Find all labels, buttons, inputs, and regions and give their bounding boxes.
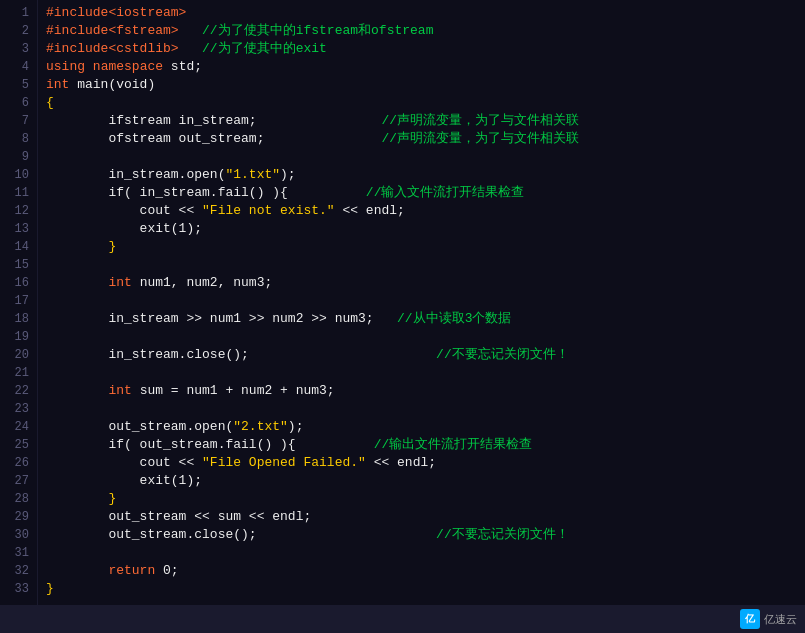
- line-number: 13: [0, 220, 37, 238]
- code-line: [46, 328, 805, 346]
- code-token: out_stream.close();: [46, 526, 257, 544]
- line-number: 20: [0, 346, 37, 364]
- line-number: 6: [0, 94, 37, 112]
- line-number: 22: [0, 382, 37, 400]
- code-token: in_stream >> num1 >> num2 >> num3;: [46, 310, 374, 328]
- code-line: ifstream in_stream; //声明流变量，为了与文件相关联: [46, 112, 805, 130]
- line-number: 30: [0, 526, 37, 544]
- code-token: if( in_stream.fail() ){: [46, 184, 288, 202]
- line-number: 1: [0, 4, 37, 22]
- code-token: //输入文件流打开结果检查: [366, 184, 525, 202]
- code-token: << endl;: [366, 454, 436, 472]
- code-token: sum = num1 + num2 + num3;: [132, 382, 335, 400]
- code-line: if( out_stream.fail() ){ //输出文件流打开结果检查: [46, 436, 805, 454]
- line-number: 16: [0, 274, 37, 292]
- code-token: "1.txt": [225, 166, 280, 184]
- code-line: out_stream << sum << endl;: [46, 508, 805, 526]
- bottom-bar: 亿 亿速云: [0, 605, 805, 633]
- code-line: [46, 544, 805, 562]
- code-token: cout <<: [46, 454, 202, 472]
- code-token: //不要忘记关闭文件！: [436, 346, 569, 364]
- line-number: 33: [0, 580, 37, 598]
- code-token: //为了使其中的exit: [202, 40, 327, 58]
- code-token: num1, num2, num3;: [132, 274, 272, 292]
- line-number: 17: [0, 292, 37, 310]
- code-token: ofstream out_stream;: [46, 130, 264, 148]
- code-token: //不要忘记关闭文件！: [436, 526, 569, 544]
- code-token: [249, 346, 436, 364]
- code-token: //声明流变量，为了与文件相关联: [381, 112, 579, 130]
- line-number: 27: [0, 472, 37, 490]
- code-editor: 1234567891011121314151617181920212223242…: [0, 0, 805, 605]
- line-number: 2: [0, 22, 37, 40]
- code-token: }: [46, 238, 116, 256]
- code-token: "2.txt": [233, 418, 288, 436]
- line-number: 21: [0, 364, 37, 382]
- code-token: [179, 22, 202, 40]
- code-token: return: [46, 562, 155, 580]
- line-number: 12: [0, 202, 37, 220]
- code-token: if( out_stream.fail() ){: [46, 436, 296, 454]
- code-token: in_stream.close();: [46, 346, 249, 364]
- line-number: 28: [0, 490, 37, 508]
- line-number: 8: [0, 130, 37, 148]
- line-number: 7: [0, 112, 37, 130]
- line-numbers: 1234567891011121314151617181920212223242…: [0, 0, 38, 605]
- line-number: 23: [0, 400, 37, 418]
- line-number: 9: [0, 148, 37, 166]
- code-line: [46, 364, 805, 382]
- code-line: [46, 292, 805, 310]
- line-number: 3: [0, 40, 37, 58]
- code-token: );: [280, 166, 296, 184]
- code-line: #include<iostream>: [46, 4, 805, 22]
- code-token: //输出文件流打开结果检查: [374, 436, 533, 454]
- line-number: 26: [0, 454, 37, 472]
- code-line: if( in_stream.fail() ){ //输入文件流打开结果检查: [46, 184, 805, 202]
- watermark-logo: 亿: [740, 609, 760, 629]
- line-number: 24: [0, 418, 37, 436]
- code-token: "File Opened Failed.": [202, 454, 366, 472]
- code-line: int sum = num1 + num2 + num3;: [46, 382, 805, 400]
- code-line: out_stream.close(); //不要忘记关闭文件！: [46, 526, 805, 544]
- code-line: out_stream.open("2.txt");: [46, 418, 805, 436]
- code-token: int: [46, 274, 132, 292]
- code-token: [288, 184, 366, 202]
- code-line: {: [46, 94, 805, 112]
- code-token: namespace: [93, 58, 163, 76]
- code-line: [46, 148, 805, 166]
- code-line: [46, 400, 805, 418]
- code-token: int: [46, 76, 69, 94]
- code-token: [264, 130, 381, 148]
- line-number: 29: [0, 508, 37, 526]
- code-line: cout << "File Opened Failed." << endl;: [46, 454, 805, 472]
- code-token: cout <<: [46, 202, 202, 220]
- line-number: 5: [0, 76, 37, 94]
- code-line: in_stream.open("1.txt");: [46, 166, 805, 184]
- code-line: #include<cstdlib> //为了使其中的exit: [46, 40, 805, 58]
- line-number: 18: [0, 310, 37, 328]
- code-token: //从中读取3个数据: [397, 310, 511, 328]
- line-number: 32: [0, 562, 37, 580]
- line-number: 19: [0, 328, 37, 346]
- watermark-text: 亿速云: [764, 612, 797, 627]
- code-token: 0;: [155, 562, 178, 580]
- code-token: exit(1);: [46, 472, 202, 490]
- code-line: [46, 256, 805, 274]
- code-token: }: [46, 490, 116, 508]
- code-line: return 0;: [46, 562, 805, 580]
- code-line: using namespace std;: [46, 58, 805, 76]
- code-token: exit(1);: [46, 220, 202, 238]
- line-number: 25: [0, 436, 37, 454]
- code-token: //声明流变量，为了与文件相关联: [381, 130, 579, 148]
- code-line: ofstream out_stream; //声明流变量，为了与文件相关联: [46, 130, 805, 148]
- line-number: 11: [0, 184, 37, 202]
- code-area[interactable]: #include<iostream>#include<fstream> //为了…: [38, 0, 805, 605]
- code-token: );: [288, 418, 304, 436]
- code-token: [85, 58, 93, 76]
- code-token: using: [46, 58, 85, 76]
- code-line: }: [46, 580, 805, 598]
- code-token: "File not exist.": [202, 202, 335, 220]
- code-line: }: [46, 238, 805, 256]
- code-token: //为了使其中的ifstream和ofstream: [202, 22, 433, 40]
- code-line: exit(1);: [46, 472, 805, 490]
